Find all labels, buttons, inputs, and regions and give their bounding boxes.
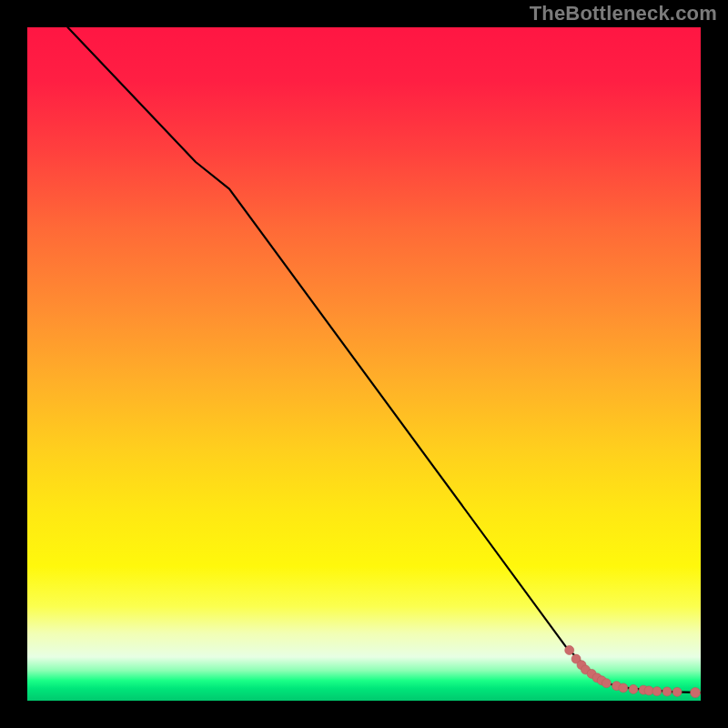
- data-point: [652, 687, 662, 696]
- plot-area: [27, 27, 701, 701]
- chart-frame: TheBottleneck.com: [0, 0, 728, 728]
- data-point: [565, 646, 574, 655]
- data-point: [602, 679, 611, 688]
- curve-line: [67, 27, 701, 693]
- chart-overlay: [27, 27, 701, 701]
- data-point: [629, 684, 638, 693]
- data-point: [644, 686, 653, 695]
- data-point: [662, 687, 672, 696]
- watermark-text: TheBottleneck.com: [530, 2, 717, 25]
- data-point: [672, 687, 682, 696]
- data-point: [619, 683, 628, 693]
- data-point: [691, 688, 701, 698]
